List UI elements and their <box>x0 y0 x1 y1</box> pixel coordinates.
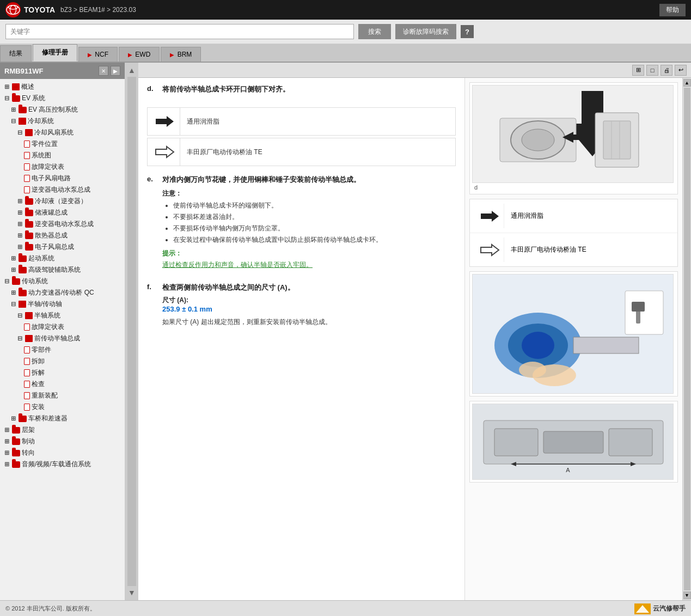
expand-icon[interactable]: ⊞ <box>17 209 22 216</box>
tab-results[interactable]: 结果 <box>0 45 32 62</box>
expand-panel-button[interactable]: ▶ <box>111 66 120 76</box>
expand-icon[interactable]: ⊞ <box>4 438 9 445</box>
tree-item-sys-diagram[interactable]: 系统图 <box>0 150 125 161</box>
expand-icon[interactable]: ⊞ <box>11 255 16 262</box>
folder-icon <box>19 290 27 296</box>
tree-item-fault-status[interactable]: 故障定状表 <box>0 161 125 173</box>
note-item-1: 使前传动半轴总成卡环的端侧朝下。 <box>173 200 456 210</box>
help-button[interactable]: 帮助 <box>659 4 686 16</box>
tree-item-removal[interactable]: 拆卸 <box>0 356 125 367</box>
expand-icon[interactable]: ⊟ <box>17 129 22 136</box>
expand-icon[interactable]: ⊟ <box>17 335 22 342</box>
expand-icon[interactable]: ⊟ <box>17 312 22 319</box>
scroll-up-arrow[interactable]: ▲ <box>128 66 136 75</box>
tree-item-reassembly[interactable]: 重新装配 <box>0 390 125 401</box>
expand-icon[interactable]: ⊞ <box>11 289 16 296</box>
search-input[interactable] <box>5 24 354 39</box>
diagnostic-search-button[interactable]: 诊断故障码搜索 <box>395 24 456 39</box>
svg-text:A: A <box>566 467 570 473</box>
material-oil: 丰田原厂电动传动桥油 TE <box>147 138 456 166</box>
grid-view-button[interactable]: ⊞ <box>632 65 644 76</box>
tree-item-front-hs[interactable]: ⊟ 前传动半轴总成 <box>0 333 125 344</box>
expand-icon[interactable]: ⊞ <box>11 106 16 113</box>
tree-item-ev-high[interactable]: ⊞ EV 高压控制系统 <box>0 104 125 115</box>
step-f-details: 尺寸 (A): 253.9 ± 0.1 mm 如果尺寸 (A) 超出规定范围，则… <box>162 296 456 327</box>
tree-item-adas[interactable]: ⊞ 高级驾驶辅助系统 <box>0 264 125 276</box>
scroll-up-button[interactable]: ▲ <box>683 79 691 87</box>
folder-icon <box>12 461 20 468</box>
search-button[interactable]: 搜索 <box>358 24 391 39</box>
svg-marker-4 <box>156 147 174 157</box>
tree-item-reservoir[interactable]: ⊞ 储液罐总成 <box>0 207 125 218</box>
tree-item-fan-assy[interactable]: ⊞ 电子风扇总成 <box>0 241 125 253</box>
text-content[interactable]: d. 将前传动半轴总成卡环开口侧朝下对齐。 通用润滑脂 <box>138 78 464 600</box>
folder-icon <box>25 198 33 205</box>
tree-item-cooling-fan[interactable]: ⊟ 冷却风扇系统 <box>0 127 125 138</box>
print-button[interactable]: 🖨 <box>661 65 672 76</box>
tree-item-coolant[interactable]: ⊞ 冷却液（逆变器） <box>0 196 125 207</box>
scroll-down-arrow[interactable]: ▼ <box>128 588 136 597</box>
tree-item-halfshaft-sys[interactable]: ⊟ 半轴系统 <box>0 310 125 321</box>
expand-icon[interactable]: ⊟ <box>4 278 9 285</box>
tree-item-radiator[interactable]: ⊞ 散热器总成 <box>0 230 125 241</box>
tab-ncf-label: NCF <box>95 51 108 58</box>
tree-item-brake[interactable]: ⊞ 制动 <box>0 436 125 447</box>
expand-icon[interactable]: ⊞ <box>17 221 22 228</box>
back-button[interactable]: ↩ <box>675 65 687 76</box>
help-icon[interactable]: ? <box>461 25 474 38</box>
tree-item-disassembly[interactable]: 拆解 <box>0 367 125 379</box>
tree-item-inverter-pump[interactable]: 逆变器电动水泵总成 <box>0 184 125 196</box>
page-icon <box>24 152 30 159</box>
toyota-emblem <box>5 2 21 17</box>
tree-item-transaxle[interactable]: ⊞ 动力变速器/传动桥 QC <box>0 287 125 298</box>
tab-ewd[interactable]: ▶ EWD <box>119 47 160 62</box>
tree-item-cooling[interactable]: ⊟ 冷却系统 <box>0 115 125 127</box>
expand-icon[interactable]: ⊟ <box>11 301 16 308</box>
tree-item-parts[interactable]: 零部件 <box>0 344 125 356</box>
step-e-section: e. 对准内侧万向节花键，并使用铜棒和锤子安装前传动半轴总成。 注意： 使前传动… <box>147 175 456 270</box>
page-icon <box>24 358 30 365</box>
tree-item-starter[interactable]: ⊞ 起动系统 <box>0 253 125 264</box>
tree-item-chassis[interactable]: ⊞ 层架 <box>0 424 125 436</box>
scroll-down-button[interactable]: ▼ <box>683 591 691 599</box>
expand-icon[interactable]: ⊞ <box>4 461 9 468</box>
close-panel-button[interactable]: ✕ <box>99 66 108 76</box>
tree-item-electronics[interactable]: 电子风扇电路 <box>0 173 125 184</box>
tab-manual[interactable]: 修理手册 <box>33 44 77 62</box>
tree-item-steering[interactable]: ⊞ 转向 <box>0 447 125 459</box>
tree-item-axle-diff[interactable]: ⊞ 车桥和差速器 <box>0 413 125 424</box>
step-e-letter: e. <box>147 175 158 183</box>
tree-item-drivetrain[interactable]: ⊟ 传动系统 <box>0 276 125 287</box>
expand-icon[interactable]: ⊟ <box>4 95 9 102</box>
window-view-button[interactable]: □ <box>646 65 658 76</box>
tree-item-inspection[interactable]: 检查 <box>0 379 125 390</box>
expand-icon[interactable]: ⊞ <box>4 449 9 456</box>
tree-item-fault2[interactable]: 故障定状表 <box>0 321 125 333</box>
expand-icon[interactable]: ⊞ <box>17 232 22 239</box>
svg-rect-12 <box>603 121 631 159</box>
expand-icon[interactable]: ⊞ <box>11 266 16 273</box>
diagram-d-label: d <box>472 183 675 192</box>
bottom-bar: © 2012 丰田汽车公司. 版权所有。 云汽修帮手 <box>0 600 691 616</box>
tree-item-parts-loc[interactable]: 零件位置 <box>0 138 125 150</box>
tree-item-media[interactable]: ⊞ 音频/视频/车载通信系统 <box>0 459 125 470</box>
tab-brm[interactable]: ▶ BRM <box>161 47 201 62</box>
oil-arrow-icon <box>148 138 180 166</box>
expand-icon[interactable]: ⊞ <box>4 426 9 434</box>
brand-logo: 云汽修帮手 <box>634 603 686 614</box>
top-bar: TOYOTA bZ3 > BEAM1# > 2023.03 帮助 <box>0 0 691 20</box>
tree-item-ev-system[interactable]: ⊟ EV 系统 <box>0 93 125 104</box>
tree-item-halfshaft[interactable]: ⊟ 半轴/传动轴 <box>0 298 125 310</box>
image-panel: d 通用润滑脂 丰田原厂电动传动桥油 TE <box>464 78 682 600</box>
tree-item-overview[interactable]: ⊞ 概述 <box>0 81 125 93</box>
expand-icon[interactable]: ⊟ <box>11 118 16 125</box>
expand-icon[interactable]: ⊞ <box>11 415 16 422</box>
tree-item-install[interactable]: 安装 <box>0 401 125 413</box>
tree-content[interactable]: ⊞ 概述 ⊟ EV 系统 ⊞ EV 高压控制系统 ⊟ 冷却系统 <box>0 79 125 600</box>
expand-icon[interactable]: ⊞ <box>17 198 22 205</box>
book-icon <box>19 301 26 308</box>
tree-item-inv-pump2[interactable]: ⊞ 逆变器电动水泵总成 <box>0 218 125 230</box>
expand-icon[interactable]: ⊞ <box>4 83 9 90</box>
expand-icon[interactable]: ⊞ <box>17 243 22 251</box>
tab-ncf[interactable]: ▶ NCF <box>78 47 118 62</box>
